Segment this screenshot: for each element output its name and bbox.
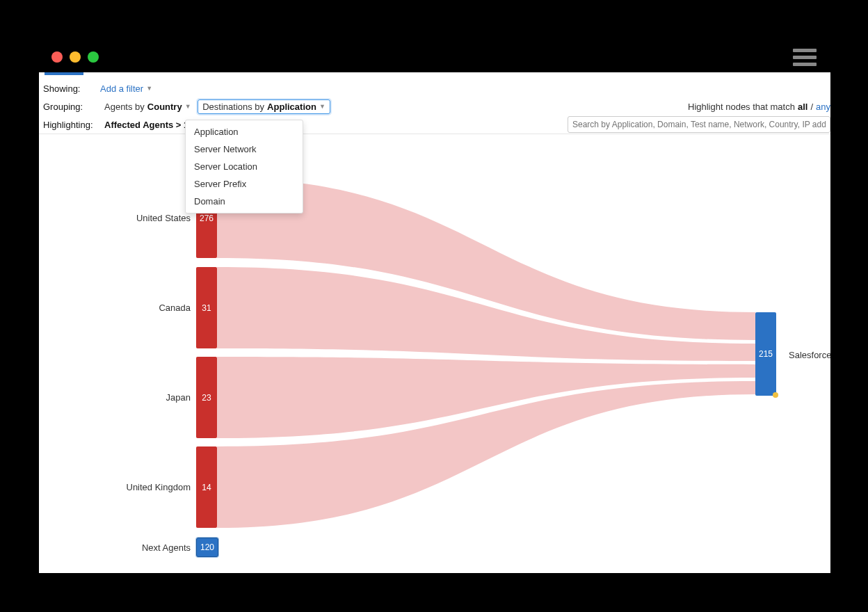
destination-label: Salesforce (789, 350, 830, 360)
source-value: 23 (202, 393, 211, 403)
match-all[interactable]: all (798, 102, 807, 112)
menu-item-server-prefix[interactable]: Server Prefix (186, 175, 303, 193)
source-label-canada: Canada (51, 303, 191, 313)
source-value: 276 (200, 214, 214, 223)
titlebar (42, 42, 826, 72)
match-sep: / (810, 102, 813, 112)
active-tab-indicator (45, 72, 83, 75)
destination-node-salesforce[interactable]: 215 (755, 312, 776, 396)
destinations-by-dropdown[interactable]: Destinations by Application ▼ (198, 99, 330, 114)
menu-item-domain[interactable]: Domain (186, 193, 303, 210)
menu-item-server-network[interactable]: Server Network (186, 140, 303, 158)
source-value: 14 (202, 483, 211, 492)
source-label-japan: Japan (51, 392, 191, 403)
source-node-canada[interactable]: 31 (196, 267, 217, 348)
search-input[interactable] (568, 116, 830, 133)
agents-by-dropdown[interactable]: Agents by Country ▼ (100, 100, 195, 113)
sankey-flows (39, 139, 830, 573)
minimize-icon[interactable] (70, 51, 81, 63)
hamburger-menu-icon[interactable] (793, 49, 817, 66)
menu-item-application[interactable]: Application (186, 123, 303, 140)
add-filter-label: Add a filter (100, 83, 143, 94)
showing-label: Showing: (42, 83, 97, 94)
agents-by-prefix: Agents by (104, 102, 145, 112)
highlighting-label: Highlighting: (42, 120, 97, 130)
destinations-by-menu: Application Server Network Server Locati… (185, 120, 303, 214)
next-agents-node[interactable]: 120 (196, 538, 218, 557)
source-label-us: United States (51, 213, 191, 223)
destinations-by-value: Application (267, 102, 316, 112)
destinations-by-prefix: Destinations by (202, 102, 264, 112)
menu-item-server-location[interactable]: Server Location (186, 158, 303, 175)
chevron-down-icon: ▼ (146, 85, 152, 92)
source-node-japan[interactable]: 23 (196, 357, 217, 438)
status-dot-icon (773, 392, 778, 398)
source-value: 31 (202, 303, 211, 313)
destination-value: 215 (759, 349, 773, 359)
window-traffic-lights (42, 51, 99, 63)
source-node-uk[interactable]: 14 (196, 446, 217, 528)
sankey-chart: United States Canada Japan United Kingdo… (39, 139, 830, 573)
source-label-uk: United Kingdom (51, 482, 191, 492)
agents-by-value: Country (147, 102, 182, 112)
grouping-label: Grouping: (42, 102, 97, 112)
next-agents-value: 120 (200, 542, 214, 552)
match-any[interactable]: any (816, 102, 830, 112)
highlight-match-control: Highlight nodes that match all / any (688, 102, 830, 112)
match-prefix: Highlight nodes that match (688, 102, 795, 112)
next-agents-label: Next Agents (51, 542, 191, 553)
filter-controls: Showing: Add a filter ▼ Grouping: Agents… (42, 79, 830, 134)
add-filter-button[interactable]: Add a filter ▼ (100, 83, 152, 94)
app-window: Showing: Add a filter ▼ Grouping: Agents… (39, 72, 830, 573)
chevron-down-icon: ▼ (319, 103, 326, 110)
chevron-down-icon: ▼ (185, 103, 191, 110)
close-icon[interactable] (51, 51, 63, 63)
zoom-icon[interactable] (88, 51, 99, 63)
divider (39, 134, 830, 134)
